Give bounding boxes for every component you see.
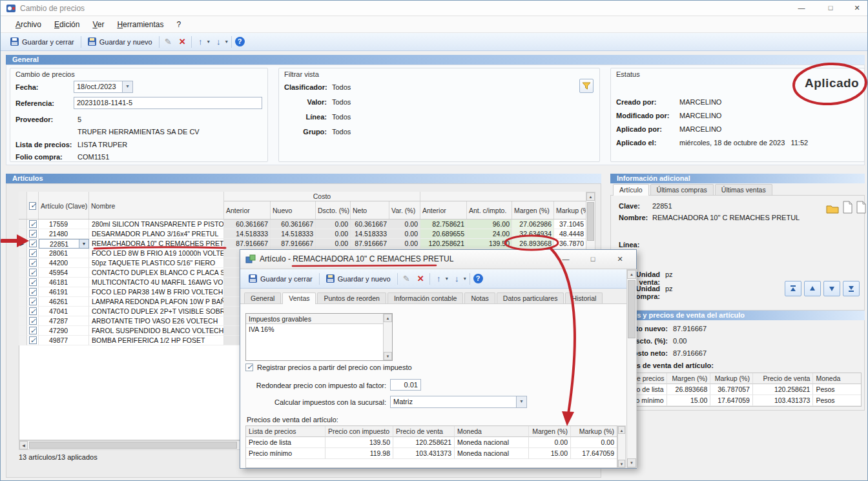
- cell-precio-venta[interactable]: 103.431373: [753, 395, 814, 406]
- cell-clave[interactable]: 28061: [39, 249, 89, 258]
- cell-nombre[interactable]: REMACHADORA 10" C REMACHES PRETUL: [89, 239, 224, 249]
- cell-markup[interactable]: 17.647059: [571, 448, 617, 459]
- cell-ant-impto[interactable]: 24.00: [467, 229, 512, 239]
- cell-clave[interactable]: 46191: [39, 287, 89, 297]
- table-row[interactable]: 17559 280ml SILICON TRANSPARENTE P PISTO…: [19, 220, 586, 229]
- cell-precio-anterior[interactable]: 120.258621: [420, 239, 467, 249]
- row-checkbox[interactable]: [27, 307, 39, 316]
- col-precio-impuesto[interactable]: Precio con impuesto: [326, 426, 393, 437]
- cell-precio-venta[interactable]: 120.258621: [393, 437, 455, 448]
- cell-markup[interactable]: 0.00: [571, 437, 617, 448]
- cell-margen[interactable]: 0.00: [529, 437, 571, 448]
- registrar-checkbox[interactable]: [245, 363, 253, 371]
- col-dscto[interactable]: Dscto. (%): [316, 201, 351, 220]
- dialog-tab[interactable]: Historial: [565, 292, 603, 303]
- last-record-button[interactable]: [843, 281, 860, 296]
- scroll-thumb[interactable]: [29, 442, 237, 449]
- col-markup[interactable]: Markup (%: [554, 201, 586, 220]
- cell-precio-anterior[interactable]: 82.758621: [420, 220, 467, 229]
- dialog-tab[interactable]: Datos particulares: [497, 292, 564, 303]
- cell-ant-impto[interactable]: 96.00: [467, 220, 512, 229]
- cell-var[interactable]: 0.00: [389, 239, 420, 249]
- scroll-up-icon[interactable]: ▲: [627, 270, 636, 279]
- cell-costo-nuevo[interactable]: 60.361667: [271, 220, 316, 229]
- document-button-1[interactable]: [843, 201, 852, 215]
- scroll-down-icon[interactable]: ▼: [627, 458, 636, 467]
- cell-margen[interactable]: 32.634934: [512, 229, 554, 239]
- cell-clave[interactable]: 47290: [39, 326, 89, 336]
- fecha-combobox[interactable]: 18/oct./2023: [74, 81, 133, 93]
- move-up-icon[interactable]: [433, 274, 444, 283]
- cell-margen[interactable]: 15.00: [667, 395, 711, 406]
- impuestos-scrollbar[interactable]: ▲ ▼: [383, 314, 392, 360]
- cell-costo-nuevo[interactable]: 14.518333: [271, 229, 316, 239]
- col-nombre[interactable]: Nombre: [89, 192, 224, 220]
- col-precio-anterior[interactable]: Anterior: [420, 201, 467, 220]
- cell-neto[interactable]: 14.518333: [351, 229, 389, 239]
- price-row[interactable]: Precio de lista 26.893668 36.787057 120.…: [614, 384, 861, 395]
- cell-moneda[interactable]: Moneda nacional: [455, 448, 529, 459]
- scroll-up-icon[interactable]: ▲: [384, 314, 392, 322]
- col-markup[interactable]: Markup (%): [710, 373, 753, 384]
- cell-markup[interactable]: 36.787057: [710, 384, 753, 395]
- cell-nombre[interactable]: 50pz TAQUETE PLASTICO 5/16" FIERO: [89, 258, 224, 268]
- col-var[interactable]: Var. (%): [389, 201, 420, 220]
- delete-icon[interactable]: [415, 274, 426, 283]
- cell-clave[interactable]: 17559: [39, 220, 89, 229]
- move-up-dropdown-icon[interactable]: ▾: [446, 276, 448, 281]
- cell-clave[interactable]: 47041: [39, 307, 89, 316]
- minimize-icon[interactable]: —: [790, 1, 813, 15]
- scroll-up-icon[interactable]: ▲: [618, 426, 625, 434]
- row-checkbox[interactable]: [27, 336, 39, 345]
- col-margen[interactable]: Margen (%): [667, 373, 711, 384]
- cell-nombre[interactable]: FAROL SUSPENDIDO BLANCO VOLTECH: [89, 326, 224, 336]
- scroll-thumb[interactable]: [628, 280, 636, 338]
- cell-clave[interactable]: 46261: [39, 297, 89, 307]
- cell-markup[interactable]: 48.4448: [554, 229, 586, 239]
- col-margen[interactable]: Margen (%): [512, 201, 554, 220]
- close-icon[interactable]: ✕: [845, 1, 868, 15]
- move-up-icon[interactable]: [195, 37, 206, 46]
- col-precio-venta[interactable]: Precio de venta: [393, 426, 455, 437]
- save-close-button[interactable]: Guardar y cerrar: [245, 273, 316, 284]
- col-moneda[interactable]: Moneda: [813, 373, 861, 384]
- delete-icon[interactable]: [177, 37, 188, 46]
- cell-nombre[interactable]: MULTICONTACTO 4U MARFIL 16AWG VO...: [89, 278, 224, 287]
- move-up-dropdown-icon[interactable]: ▾: [207, 39, 210, 45]
- menu-item[interactable]: Edición: [48, 18, 85, 31]
- cell-margen[interactable]: 26.893668: [667, 384, 711, 395]
- cell-markup[interactable]: 36.7870: [554, 239, 586, 249]
- menu-item[interactable]: ?: [170, 18, 187, 31]
- document-button-2[interactable]: [856, 201, 866, 215]
- cell-nombre[interactable]: DESARMADOR PLANO 3/16x4" PRETUL: [89, 229, 224, 239]
- menu-item[interactable]: Archivo: [10, 18, 47, 31]
- cell-moneda[interactable]: Pesos: [813, 384, 861, 395]
- row-checkbox[interactable]: [27, 239, 39, 249]
- price-row[interactable]: Precio de lista 139.50 120.258621 Moneda…: [246, 437, 617, 448]
- cell-clave[interactable]: 21480: [39, 229, 89, 239]
- header-checkbox-cell[interactable]: [27, 192, 39, 220]
- cell-costo-anterior[interactable]: 60.361667: [224, 220, 271, 229]
- cell-nombre[interactable]: 280ml SILICON TRANSPARENTE P PISTOL...: [89, 220, 224, 229]
- cell-clave[interactable]: 46181: [39, 278, 89, 287]
- save-close-button[interactable]: Guardar y cerrar: [7, 36, 78, 47]
- col-ant-impto[interactable]: Ant. c/impto.: [467, 201, 512, 220]
- referencia-input[interactable]: 20231018-1141-5: [74, 97, 262, 109]
- cell-neto[interactable]: 87.916667: [351, 239, 389, 249]
- col-margen[interactable]: Margen (%): [529, 426, 571, 437]
- info-tab[interactable]: Últimas compras: [650, 184, 714, 195]
- price-row[interactable]: Precio mínimo 119.98 103.431373 Moneda n…: [246, 448, 617, 459]
- info-tab[interactable]: Artículo: [613, 184, 649, 196]
- table-row[interactable]: 22851 REMACHADORA 10" C REMACHES PRETUL …: [19, 239, 586, 249]
- scroll-down-icon[interactable]: ▼: [384, 352, 392, 360]
- col-lista[interactable]: Lista de precios: [246, 426, 326, 437]
- cell-precio-venta[interactable]: 103.431373: [393, 448, 455, 459]
- col-clave[interactable]: Artículo (Clave): [39, 192, 89, 220]
- previous-record-button[interactable]: [804, 281, 821, 296]
- cell-var[interactable]: 0.00: [389, 229, 420, 239]
- edit-pencil-icon[interactable]: [163, 37, 174, 46]
- cell-margen[interactable]: 15.00: [529, 448, 571, 459]
- col-costo-nuevo[interactable]: Nuevo: [271, 201, 316, 220]
- cell-nombre[interactable]: ARBOTANTE TIPO VASO E26 VOLTECH: [89, 316, 224, 326]
- close-icon[interactable]: ✕: [608, 252, 632, 267]
